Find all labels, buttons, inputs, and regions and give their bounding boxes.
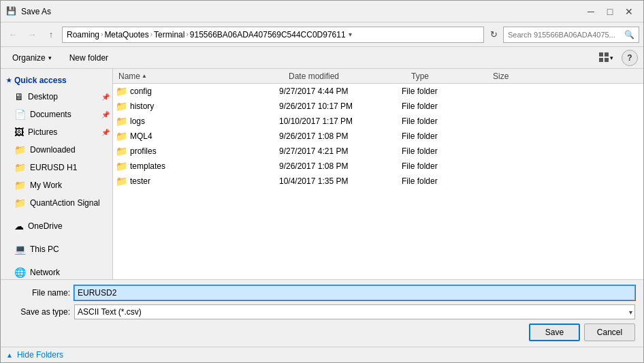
file-name-cell: 📁 MQL4 bbox=[116, 131, 279, 142]
sidebar-item-pictures[interactable]: 🖼 Pictures 📌 bbox=[1, 123, 112, 141]
sidebar-item-network[interactable]: 🌐 Network bbox=[1, 264, 112, 279]
eurusd-icon: 📁 bbox=[14, 162, 26, 173]
sidebar-item-label: EURUSD H1 bbox=[30, 163, 77, 172]
file-type-cell: File folder bbox=[402, 131, 483, 141]
back-button[interactable]: ← bbox=[5, 27, 21, 43]
folder-icon: 📁 bbox=[116, 176, 127, 187]
new-folder-button[interactable]: New folder bbox=[63, 50, 114, 66]
search-input[interactable] bbox=[508, 31, 624, 39]
sidebar-item-downloaded[interactable]: 📁 Downloaded bbox=[1, 141, 112, 159]
sidebar-item-label: Downloaded bbox=[30, 145, 76, 155]
table-row[interactable]: 📁 MQL4 9/26/2017 1:08 PM File folder bbox=[113, 129, 643, 144]
downloaded-icon: 📁 bbox=[14, 144, 26, 155]
title-bar: 💾 Save As ─ □ ✕ bbox=[1, 1, 643, 22]
sidebar-item-label: OneDrive bbox=[28, 221, 63, 231]
minimize-button[interactable]: ─ bbox=[582, 4, 600, 19]
file-date-cell: 9/27/2017 4:44 PM bbox=[279, 86, 402, 96]
column-header-name[interactable]: Name ▲ bbox=[116, 69, 286, 83]
save-button[interactable]: Save bbox=[529, 323, 580, 341]
window-icon: 💾 bbox=[6, 6, 17, 17]
file-date-cell: 10/4/2017 1:35 PM bbox=[279, 176, 402, 186]
save-as-dialog: 💾 Save As ─ □ ✕ ← → ↑ Roaming › MetaQuot… bbox=[0, 0, 644, 363]
search-box: 🔍 bbox=[503, 27, 639, 43]
sidebar-item-label: Documents bbox=[30, 110, 71, 119]
folder-icon: 📁 bbox=[116, 161, 127, 172]
hide-folders-bar: ▲ Hide Folders bbox=[1, 347, 643, 362]
folder-icon: 📁 bbox=[116, 146, 127, 157]
quick-access-header[interactable]: ★ Quick access bbox=[1, 72, 112, 88]
table-row[interactable]: 📁 history 9/26/2017 10:17 PM File folder bbox=[113, 99, 643, 114]
file-type-cell: File folder bbox=[402, 146, 483, 156]
sidebar-item-eurusd[interactable]: 📁 EURUSD H1 bbox=[1, 159, 112, 176]
file-date-cell: 9/27/2017 4:21 PM bbox=[279, 146, 402, 156]
hide-folders-button[interactable]: Hide Folders bbox=[17, 350, 63, 360]
sidebar-item-onedrive[interactable]: ☁ OneDrive bbox=[1, 217, 112, 235]
column-header-size[interactable]: Size bbox=[490, 69, 545, 83]
path-segment-1: Roaming bbox=[67, 30, 99, 40]
sidebar-item-label: This PC bbox=[30, 244, 59, 254]
svg-rect-2 bbox=[599, 58, 603, 62]
sidebar: ★ Quick access 🖥 Desktop 📌 📄 Documents 📌… bbox=[1, 69, 113, 279]
filename-row: File name: bbox=[9, 285, 635, 300]
filename-input[interactable] bbox=[74, 285, 635, 300]
close-button[interactable]: ✕ bbox=[620, 4, 638, 19]
file-type-cell: File folder bbox=[402, 161, 483, 171]
table-row[interactable]: 📁 logs 10/10/2017 1:17 PM File folder bbox=[113, 114, 643, 129]
sidebar-item-documents[interactable]: 📄 Documents 📌 bbox=[1, 106, 112, 123]
up-button[interactable]: ↑ bbox=[43, 27, 59, 43]
table-row[interactable]: 📁 config 9/27/2017 4:44 PM File folder bbox=[113, 84, 643, 99]
network-icon: 🌐 bbox=[14, 267, 26, 278]
view-button[interactable]: ▾ bbox=[596, 50, 616, 66]
sidebar-item-label: Desktop bbox=[28, 92, 58, 101]
refresh-button[interactable]: ↻ bbox=[487, 27, 500, 42]
sidebar-item-label: Network bbox=[30, 268, 60, 277]
view-icon bbox=[599, 52, 610, 63]
svg-rect-1 bbox=[605, 52, 609, 57]
bottom-form: File name: Save as type: ASCII Text (*.c… bbox=[1, 279, 643, 347]
organize-button[interactable]: Organize ▾ bbox=[6, 50, 58, 66]
savetype-select[interactable]: ASCII Text (*.csv) bbox=[74, 304, 635, 319]
hide-folders-chevron: ▲ bbox=[6, 351, 13, 359]
cancel-button[interactable]: Cancel bbox=[584, 323, 635, 341]
documents-icon: 📄 bbox=[14, 109, 26, 120]
help-button[interactable]: ? bbox=[622, 50, 638, 66]
sidebar-item-label: Pictures bbox=[28, 127, 57, 137]
thispc-icon: 💻 bbox=[14, 244, 26, 255]
path-segment-2: MetaQuotes bbox=[104, 30, 148, 40]
sidebar-item-desktop[interactable]: 🖥 Desktop 📌 bbox=[1, 88, 112, 106]
svg-rect-3 bbox=[605, 58, 609, 62]
sidebar-item-mywork[interactable]: 📁 My Work bbox=[1, 176, 112, 194]
path-segment-4: 915566BA06ADA407569C544CC0D97611 bbox=[190, 30, 346, 40]
quantaction-icon: 📁 bbox=[14, 198, 26, 208]
pin-icon: 📌 bbox=[101, 111, 110, 119]
forward-button[interactable]: → bbox=[24, 27, 40, 43]
address-path[interactable]: Roaming › MetaQuotes › Terminal › 915566… bbox=[62, 27, 484, 43]
file-date-cell: 9/26/2017 1:08 PM bbox=[279, 161, 402, 171]
file-type-cell: File folder bbox=[402, 116, 483, 126]
sort-arrow: ▲ bbox=[142, 73, 147, 79]
file-name-cell: 📁 profiles bbox=[116, 146, 279, 157]
folder-icon: 📁 bbox=[116, 131, 127, 142]
toolbar: Organize ▾ New folder ▾ ? bbox=[1, 47, 643, 69]
file-name-cell: 📁 history bbox=[116, 101, 279, 112]
table-row[interactable]: 📁 profiles 9/27/2017 4:21 PM File folder bbox=[113, 144, 643, 159]
maximize-button[interactable]: □ bbox=[601, 4, 619, 19]
column-header-date[interactable]: Date modified bbox=[286, 69, 408, 83]
folder-icon: 📁 bbox=[116, 116, 127, 127]
sidebar-item-thispc[interactable]: 💻 This PC bbox=[1, 240, 112, 258]
file-name-cell: 📁 tester bbox=[116, 176, 279, 187]
sidebar-item-quantaction[interactable]: 📁 QuantAction Signal bbox=[1, 194, 112, 212]
path-container: Roaming › MetaQuotes › Terminal › 915566… bbox=[67, 30, 479, 40]
file-date-cell: 10/10/2017 1:17 PM bbox=[279, 116, 402, 126]
svg-rect-0 bbox=[599, 52, 603, 57]
pin-icon: 📌 bbox=[101, 93, 110, 101]
file-name-cell: 📁 templates bbox=[116, 161, 279, 172]
table-row[interactable]: 📁 tester 10/4/2017 1:35 PM File folder bbox=[113, 174, 643, 189]
path-segment-3: Terminal bbox=[154, 30, 184, 40]
sidebar-item-label: My Work bbox=[30, 180, 62, 190]
quick-access-chevron: ★ bbox=[6, 77, 12, 84]
pin-icon: 📌 bbox=[101, 129, 110, 136]
path-dropdown-chevron[interactable]: ▾ bbox=[347, 31, 353, 38]
table-row[interactable]: 📁 templates 9/26/2017 1:08 PM File folde… bbox=[113, 159, 643, 174]
column-header-type[interactable]: Type bbox=[408, 69, 490, 83]
